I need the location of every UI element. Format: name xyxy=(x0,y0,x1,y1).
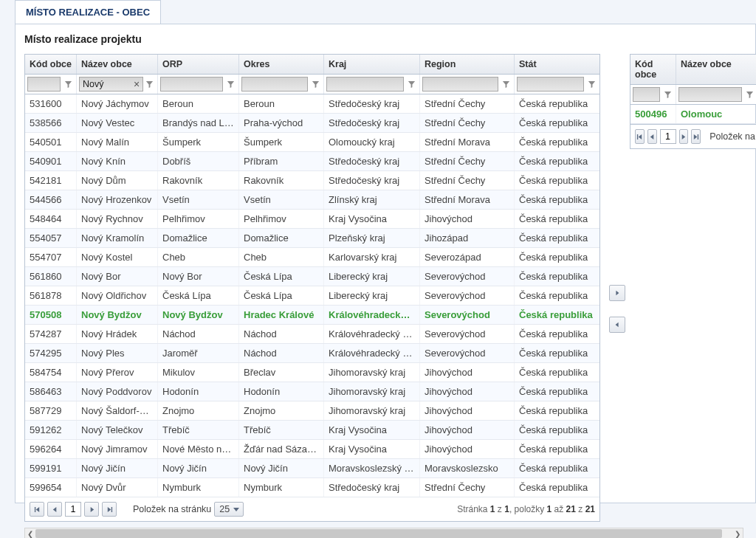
filter-input-col6[interactable] xyxy=(422,77,498,92)
pager-prev-button[interactable] xyxy=(47,502,62,517)
table-row[interactable]: 586463Nový PoddvorovHodonínHodonínJihomo… xyxy=(25,382,599,401)
filter-input-col1[interactable] xyxy=(27,77,61,92)
table-cell: Severovýchod xyxy=(420,267,515,286)
table-row[interactable]: 548464Nový RychnovPelhřimovPelhřimovKraj… xyxy=(25,210,599,229)
filter-input-col4[interactable] xyxy=(241,77,308,92)
pager-first-button[interactable] xyxy=(30,502,44,517)
filter-icon[interactable] xyxy=(585,77,597,92)
filter-icon[interactable] xyxy=(743,87,755,102)
filter-icon[interactable] xyxy=(500,77,512,92)
table-row[interactable]: 531600Nový JáchymovBerounBerounStředočes… xyxy=(25,94,599,114)
pager-prev-button-r[interactable] xyxy=(647,129,657,144)
filter-clear-icon[interactable]: × xyxy=(131,78,142,90)
filter-icon[interactable] xyxy=(662,87,673,102)
table-row[interactable]: 500496Olomouc xyxy=(630,105,756,124)
table-cell: Moravskoslezský kraj xyxy=(324,459,420,477)
target-grid: Kód obce Název obce 500496Olomouc xyxy=(630,54,756,125)
table-cell: Šumperk xyxy=(239,133,324,151)
table-row[interactable]: 540501Nový MalínŠumperkŠumperkOlomoucký … xyxy=(25,133,599,152)
col-header-stat[interactable]: Stát xyxy=(515,55,599,74)
move-left-button[interactable] xyxy=(609,317,625,333)
pager-next-button[interactable] xyxy=(84,502,99,517)
table-cell: Severovýchod xyxy=(420,286,515,305)
filter-icon[interactable] xyxy=(224,77,236,92)
col-header-nazev-obce[interactable]: Název obce xyxy=(77,55,158,74)
filter-input-col7[interactable] xyxy=(517,77,584,92)
col-header-nazev-obce-r[interactable]: Název obce xyxy=(676,55,756,84)
col-header-kod-obce[interactable]: Kód obce xyxy=(25,55,77,74)
table-cell: Nový Jimramov xyxy=(77,440,158,458)
move-right-button[interactable] xyxy=(609,285,625,301)
table-cell: 554057 xyxy=(25,229,77,247)
table-cell: Česká Lípa xyxy=(239,286,324,305)
table-row[interactable]: 542181Nový DůmRakovníkRakovníkStředočesk… xyxy=(25,171,599,190)
col-header-okres[interactable]: Okres xyxy=(239,55,324,74)
table-cell: Náchod xyxy=(239,325,324,343)
filter-input-col3[interactable] xyxy=(160,77,223,92)
pager-last-button-r[interactable] xyxy=(691,129,701,144)
filter-icon[interactable] xyxy=(62,77,74,92)
col-header-kod-obce-r[interactable]: Kód obce xyxy=(630,55,676,84)
pager-perpage-label: Položek na stránku xyxy=(133,504,211,514)
pager-perpage-select[interactable]: 25 xyxy=(214,502,244,517)
table-row[interactable]: 544566Nový HrozenkovVsetínVsetínZlínský … xyxy=(25,190,599,210)
pager-page-input[interactable] xyxy=(65,502,81,517)
filter-icon[interactable] xyxy=(405,77,417,92)
table-row[interactable]: 574287Nový HrádekNáchodNáchodKrálovéhrad… xyxy=(25,325,599,344)
col-header-orp[interactable]: ORP xyxy=(158,55,239,74)
table-cell: Hradec Králové xyxy=(239,306,324,324)
table-cell: Královéhradecký kraj xyxy=(324,344,420,362)
table-cell: Jihovýchod xyxy=(420,440,515,458)
pager-next-button-r[interactable] xyxy=(679,129,689,144)
pager-first-button-r[interactable] xyxy=(635,129,645,144)
table-row[interactable]: 584754Nový PřerovMikulovBřeclavJihomorav… xyxy=(25,363,599,382)
col-header-region[interactable]: Region xyxy=(420,55,515,74)
col-header-kraj[interactable]: Kraj xyxy=(324,55,420,74)
table-cell: Česká republika xyxy=(515,152,599,170)
table-row[interactable]: 574295Nový PlesJaroměřNáchodKrálovéhrade… xyxy=(25,344,599,363)
table-row[interactable]: 587729Nový Šaldorf-Sed...ZnojmoZnojmoJih… xyxy=(25,401,599,421)
table-cell: Česká republika xyxy=(515,210,599,228)
table-row[interactable]: 599191Nový JičínNový JičínNový JičínMora… xyxy=(25,459,599,478)
filter-input-r-col1[interactable] xyxy=(633,87,660,102)
scroll-right-icon[interactable]: ❯ xyxy=(732,528,743,538)
filter-input-col5[interactable] xyxy=(326,77,404,92)
table-cell: Jihovýchod xyxy=(420,401,515,420)
table-row[interactable]: 540901Nový KnínDobříšPříbramStředočeský … xyxy=(25,152,599,171)
table-row[interactable]: 596264Nový JimramovNové Město na M...Žďá… xyxy=(25,440,599,459)
table-cell: Kraj Vysočina xyxy=(324,421,420,439)
table-cell: Nový Přerov xyxy=(77,363,158,382)
table-cell: Mikulov xyxy=(158,363,239,382)
table-cell: Žďár nad Sázavou xyxy=(239,440,324,458)
filter-input-r-col2[interactable] xyxy=(678,87,742,102)
table-cell: Jihovýchod xyxy=(420,382,515,401)
filter-icon[interactable] xyxy=(143,77,155,92)
table-row[interactable]: 570508Nový BydžovNový BydžovHradec Králo… xyxy=(25,306,599,325)
table-row[interactable]: 561860Nový BorNový BorČeská LípaLibereck… xyxy=(25,267,599,286)
table-cell: Česká republika xyxy=(515,478,599,497)
pager-last-button[interactable] xyxy=(102,502,117,517)
table-cell: 561860 xyxy=(25,267,77,286)
pager-page-input-r[interactable] xyxy=(660,129,676,144)
pager-perpage-label-r: Položek na xyxy=(709,131,755,142)
table-row[interactable]: 554707Nový KostelChebChebKarlovarský kra… xyxy=(25,248,599,267)
table-cell: Beroun xyxy=(239,94,324,113)
table-row[interactable]: 599654Nový DvůrNymburkNymburkStředočeský… xyxy=(25,478,599,497)
table-cell: Česká republika xyxy=(515,401,599,420)
scroll-left-icon[interactable]: ❮ xyxy=(25,528,35,538)
tab-misto-realizace[interactable]: MÍSTO REALIZACE - OBEC xyxy=(15,0,161,24)
table-cell: Olomoucký kraj xyxy=(324,133,420,151)
table-row[interactable]: 538566Nový VestecBrandýs nad Lab...Praha… xyxy=(25,114,599,133)
table-cell: 570508 xyxy=(25,306,77,324)
table-cell: Česká republika xyxy=(515,306,599,324)
horizontal-scrollbar[interactable]: ❮ ❯ xyxy=(24,528,743,538)
table-row[interactable]: 591262Nový TelečkovTřebíčTřebíčKraj Vyso… xyxy=(25,421,599,440)
table-row[interactable]: 554057Nový KramolínDomažliceDomažlicePlz… xyxy=(25,229,599,248)
table-cell: 542181 xyxy=(25,171,77,190)
table-row[interactable]: 561878Nový OldřichovČeská LípaČeská Lípa… xyxy=(25,286,599,306)
table-cell: Cheb xyxy=(158,248,239,266)
table-cell: Severozápad xyxy=(420,248,515,266)
table-cell: 540901 xyxy=(25,152,77,170)
filter-icon[interactable] xyxy=(309,77,321,92)
scroll-thumb[interactable] xyxy=(35,529,722,538)
